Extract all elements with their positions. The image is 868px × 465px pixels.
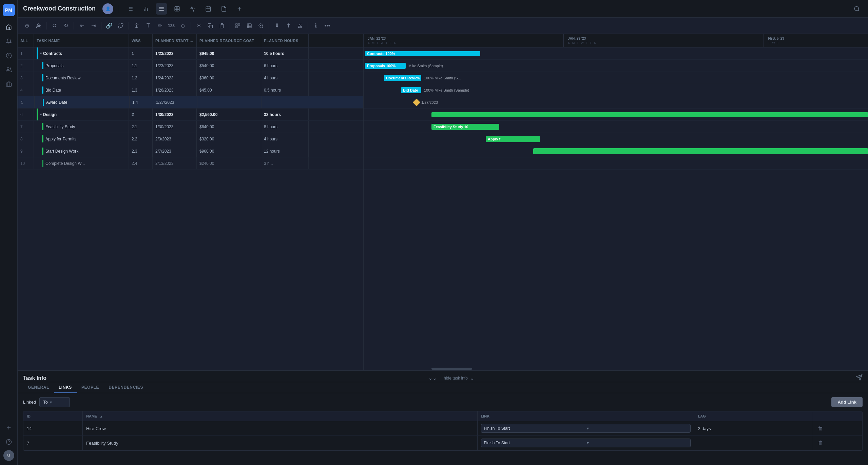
sidebar-icon-briefcase[interactable] (3, 78, 15, 90)
table-row[interactable]: 1 ▾ Contracts 1 1/23/2023 $945.00 10.5 h… (18, 47, 363, 60)
nav-icon-search[interactable] (851, 3, 863, 15)
table-row[interactable]: 4 Bid Date 1.3 1/26/2023 $45.00 0.5 hour… (18, 84, 363, 96)
nav-icon-file[interactable] (218, 3, 230, 15)
svg-line-50 (262, 27, 263, 28)
sidebar-icon-clock[interactable] (3, 50, 15, 62)
tab-links[interactable]: LINKS (54, 382, 77, 393)
link-delete-button-2[interactable]: 🗑 (816, 439, 825, 447)
week-label-1: JAN, 22 '23 (368, 37, 559, 40)
toolbar-upload[interactable]: ⬆ (283, 21, 293, 31)
link-delete-cell: 🗑 (813, 421, 862, 436)
table-body: 1 ▾ Contracts 1 1/23/2023 $945.00 10.5 h… (18, 47, 363, 370)
toolbar-indent-right[interactable]: ⇥ (88, 21, 98, 31)
sidebar-icon-help[interactable] (3, 436, 15, 448)
toolbar-cut[interactable]: ✂ (194, 21, 204, 31)
row-start: 2/3/2023 (153, 133, 197, 145)
link-type-cell: Finish To Start ▾ (477, 421, 694, 436)
sidebar-icon-users[interactable] (3, 64, 15, 76)
row-id: 3 (18, 72, 34, 84)
table-row[interactable]: 5 Award Date 1.4 1/27/2023 (18, 96, 363, 109)
toolbar-paste[interactable] (217, 21, 227, 31)
nav-icon-calendar[interactable] (202, 3, 214, 15)
table-row[interactable]: 6 ▾ Design 2 1/30/2023 $2,560.00 32 hour… (18, 109, 363, 121)
table-row[interactable]: 9 Start Design Work 2.3 2/7/2023 $960.00… (18, 145, 363, 157)
toolbar-zoom-in[interactable] (256, 21, 266, 31)
toolbar-link[interactable]: 🔗 (104, 21, 114, 31)
row-name: Documents Review (34, 72, 129, 84)
gantt-bar-feasibility: Feasibility Study 10 (431, 124, 499, 130)
row-start: 1/26/2023 (153, 84, 197, 96)
toolbar-diamond[interactable]: ◇ (178, 21, 188, 31)
task-info-send-icon[interactable] (856, 374, 863, 382)
toolbar-indent-left[interactable]: ⇤ (77, 21, 87, 31)
links-table: ID NAME ▲ LINK (23, 411, 862, 450)
nav-icon-menu[interactable] (156, 3, 167, 15)
table-row[interactable]: 10 Complete Design W... 2.4 2/13/2023 $2… (18, 157, 363, 170)
toolbar-print[interactable]: 🖨 (295, 21, 305, 31)
row-id: 4 (18, 84, 34, 96)
toolbar-123[interactable]: 123 (166, 21, 176, 31)
tab-general[interactable]: GENERAL (23, 382, 54, 393)
link-delete-cell: 🗑 (813, 436, 862, 450)
tab-people[interactable]: PEOPLE (77, 382, 104, 393)
toolbar-unlink[interactable] (116, 21, 126, 31)
toolbar-add-user[interactable] (33, 21, 43, 31)
toolbar-redo[interactable]: ↻ (61, 21, 71, 31)
row-wbs: 2.3 (129, 145, 153, 157)
link-type-dropdown-2[interactable]: Finish To Start ▾ (481, 439, 691, 447)
toolbar-info[interactable]: ℹ (311, 21, 321, 31)
links-col-name[interactable]: NAME ▲ (83, 411, 478, 421)
add-link-button[interactable]: Add Link (831, 397, 863, 407)
toolbar-add-task[interactable]: ⊕ (22, 21, 32, 31)
gantt-diamond-award (413, 98, 421, 106)
gantt-row-permits: Apply f (364, 133, 868, 145)
table-row[interactable]: 2 Proposals 1.1 1/23/2023 $540.00 6 hour… (18, 60, 363, 72)
collapse-chevrons[interactable]: ⌄⌄ (428, 375, 437, 381)
link-lag: 2 days (694, 421, 813, 436)
svg-line-31 (858, 10, 859, 11)
row-hours: 32 hours (261, 109, 309, 120)
links-col-id: ID (23, 411, 83, 421)
user-avatar[interactable]: U (3, 450, 14, 461)
nav-icon-wave[interactable] (187, 3, 198, 15)
table-row[interactable]: 7 Feasibility Study 2.1 1/30/2023 $640.0… (18, 121, 363, 133)
gantt-scrollbar[interactable] (364, 367, 868, 370)
sidebar-icon-plus[interactable] (3, 422, 15, 434)
row-hours (262, 96, 309, 108)
toolbar-grid[interactable] (244, 21, 254, 31)
table-row[interactable]: 3 Documents Review 1.2 1/24/2023 $360.00… (18, 72, 363, 84)
link-type-dropdown-1[interactable]: Finish To Start ▾ (481, 424, 691, 433)
toolbar-highlight[interactable]: ✏ (155, 21, 165, 31)
app-logo: PM (3, 4, 15, 16)
toolbar-trash[interactable]: 🗑 (132, 21, 142, 31)
sidebar-icon-notifications[interactable] (3, 35, 15, 47)
row-start: 1/30/2023 (153, 121, 197, 133)
nav-icon-plus[interactable] (234, 3, 245, 15)
nav-divider-1 (119, 5, 119, 13)
table-row[interactable]: 8 Apply for Permits 2.2 2/3/2023 $320.00… (18, 133, 363, 145)
toolbar-copy[interactable] (205, 21, 215, 31)
toolbar-download[interactable]: ⬇ (272, 21, 282, 31)
nav-icon-list[interactable] (124, 3, 136, 15)
nav-icon-barchart[interactable] (140, 3, 152, 15)
hide-task-info-btn[interactable]: hide task info ⌄ (444, 375, 474, 381)
tb-div-4 (129, 22, 129, 30)
gantt-label-proposals: Mike Smith (Sample) (408, 64, 443, 68)
gantt-scrollbar-thumb[interactable] (431, 368, 472, 370)
row-cost: $960.00 (197, 145, 261, 157)
gantt-bars-area: Contracts 100% Proposals 100% Mike Smith… (364, 47, 868, 370)
sidebar-icon-home[interactable] (3, 21, 15, 33)
toolbar-text[interactable]: T (143, 21, 153, 31)
nav-icon-table[interactable] (171, 3, 183, 15)
link-type-cell: Finish To Start ▾ (477, 436, 694, 450)
toolbar-undo[interactable]: ↺ (49, 21, 59, 31)
tab-dependencies[interactable]: DEPENDENCIES (104, 382, 148, 393)
gantt-bar-design (431, 112, 868, 117)
row-start: 1/23/2023 (153, 60, 197, 72)
toolbar-gantt-options[interactable] (233, 21, 243, 31)
links-body: Linked To ▾ Add Link (18, 393, 868, 465)
linked-direction-dropdown[interactable]: To ▾ (39, 397, 70, 407)
row-hours: 8 hours (261, 121, 309, 133)
toolbar-more[interactable]: ••• (322, 21, 332, 31)
link-delete-button-1[interactable]: 🗑 (816, 425, 825, 432)
